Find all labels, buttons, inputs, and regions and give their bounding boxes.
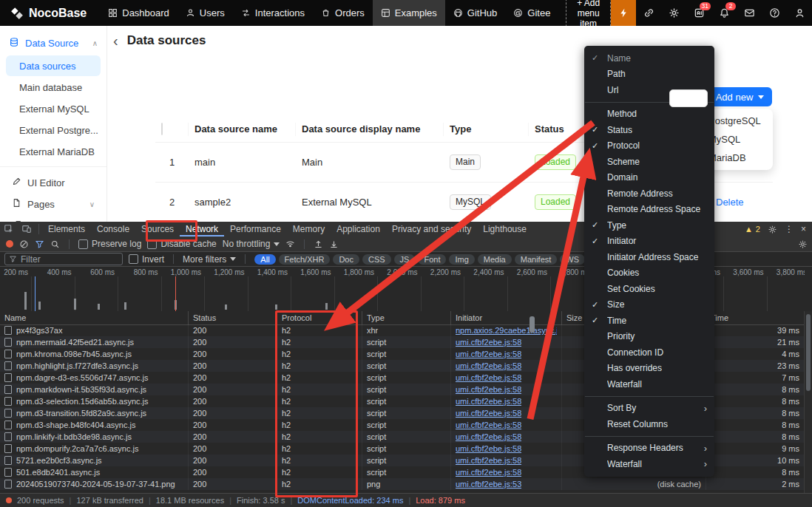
api-icon[interactable]: 31: [686, 0, 711, 26]
export-har-icon[interactable]: [329, 239, 339, 249]
throttling-select[interactable]: No throttling: [223, 239, 280, 249]
column-header-initiator[interactable]: Initiator: [451, 311, 562, 324]
sidebar-item-main-database[interactable]: Main database: [6, 77, 101, 98]
context-menu-scrollbar-thumb[interactable]: [530, 316, 535, 333]
devtools-tab-lighthouse[interactable]: Lighthouse: [477, 222, 532, 237]
delete-link[interactable]: Delete: [716, 197, 744, 208]
more-filters-button[interactable]: More filters: [183, 254, 236, 265]
nav-item-gitee[interactable]: Gitee: [505, 0, 558, 26]
disable-cache-checkbox[interactable]: Disable cache: [147, 239, 216, 249]
column-header[interactable]: Type: [444, 123, 529, 136]
sidebar-item-data-sources[interactable]: Data sources: [6, 55, 101, 76]
add-menu-item-button[interactable]: + Add menu item: [566, 0, 611, 32]
device-toolbar-icon[interactable]: [18, 222, 35, 237]
context-menu-item-initiator[interactable]: ✓Initiator: [584, 234, 714, 250]
context-menu-item-remote-address-space[interactable]: Remote Address Space: [584, 202, 714, 218]
initiator-link[interactable]: umi.cfbf2ebe.js:58: [456, 421, 521, 429]
devtools-tab-application[interactable]: Application: [331, 222, 386, 237]
sidebar-group-data-source[interactable]: Data Source ∧: [0, 32, 106, 55]
clear-network-log-icon[interactable]: [19, 239, 29, 249]
sidebar-item-blocks[interactable]: Blocks∨: [6, 215, 101, 222]
initiator-link[interactable]: umi.cfbf2ebe.js:53: [456, 480, 521, 489]
devtools-tab-privacy-and-security[interactable]: Privacy and security: [386, 222, 477, 237]
notifications-icon[interactable]: 2: [711, 0, 737, 26]
inspect-element-icon[interactable]: [0, 222, 18, 237]
devtools-tab-performance[interactable]: Performance: [224, 222, 287, 237]
filter-pill-doc[interactable]: Doc: [333, 254, 359, 265]
link-icon[interactable]: [636, 0, 661, 26]
initiator-link[interactable]: umi.cfbf2ebe.js:58: [456, 409, 521, 418]
context-menu-item-set-cookies[interactable]: Set Cookies: [584, 281, 714, 297]
nav-item-interactions[interactable]: Interactions: [233, 0, 313, 26]
context-menu-item-name[interactable]: ✓Name: [584, 50, 714, 67]
devtools-tab-console[interactable]: Console: [91, 222, 135, 237]
devtools-tab-elements[interactable]: Elements: [42, 222, 91, 237]
initiator-link[interactable]: umi.cfbf2ebe.js:58: [456, 456, 521, 465]
context-menu-item-has-overrides[interactable]: Has overrides: [584, 361, 714, 377]
initiator-link[interactable]: umi.cfbf2ebe.js:58: [456, 338, 521, 347]
preserve-log-checkbox[interactable]: Preserve log: [78, 239, 141, 249]
plugin-icon[interactable]: [611, 0, 636, 26]
context-menu-item-priority[interactable]: Priority: [584, 329, 714, 345]
filter-pill-img[interactable]: Img: [449, 254, 474, 265]
filter-pill-ws[interactable]: WS: [560, 254, 585, 265]
context-menu-item-cookies[interactable]: Cookies: [584, 265, 714, 282]
column-header-protocol[interactable]: Protocol: [277, 311, 362, 324]
column-header-name[interactable]: Name: [0, 311, 189, 324]
context-menu-item-method[interactable]: Method: [584, 106, 714, 123]
context-menu-item-reset-columns[interactable]: Reset Columns: [584, 416, 714, 432]
devtools-scrollbar[interactable]: [804, 311, 812, 493]
context-menu-item-sort-by[interactable]: Sort By›: [584, 401, 714, 417]
filter-pill-css[interactable]: CSS: [362, 254, 391, 265]
scrollbar-thumb[interactable]: [806, 314, 811, 391]
filter-pill-media[interactable]: Media: [478, 254, 512, 265]
sidebar-item-external-mariadb[interactable]: External MariaDB: [6, 141, 101, 162]
context-menu-item-remote-address[interactable]: Remote Address: [584, 186, 714, 202]
context-menu-item-time[interactable]: ✓Time: [584, 313, 714, 329]
collapse-sidebar-icon[interactable]: ‹: [113, 33, 118, 48]
column-header-status[interactable]: Status: [189, 311, 277, 324]
sidebar-item-external-mysql[interactable]: External MySQL: [6, 98, 101, 119]
initiator-link[interactable]: umi.cfbf2ebe.js:58: [456, 468, 521, 477]
devtools-settings-icon[interactable]: [768, 225, 777, 234]
filter-icon[interactable]: [35, 239, 44, 249]
context-menu-item-initiator-address-space[interactable]: Initiator Address Space: [584, 249, 714, 265]
context-menu-item-status[interactable]: ✓Status: [584, 122, 714, 138]
kebab-menu-icon[interactable]: ⋮: [785, 224, 794, 234]
initiator-link[interactable]: umi.cfbf2ebe.js:58: [456, 385, 521, 394]
context-menu-item-scheme[interactable]: Scheme: [584, 154, 714, 170]
initiator-link[interactable]: umi.cfbf2ebe.js:58: [456, 373, 521, 382]
filter-pill-js[interactable]: JS: [394, 254, 416, 265]
select-all-checkbox[interactable]: [155, 123, 189, 136]
context-menu-item-type[interactable]: ✓Type: [584, 217, 714, 234]
context-menu-item-response-headers[interactable]: Response Headers›: [584, 440, 714, 457]
mail-icon[interactable]: [737, 0, 762, 26]
column-header-type[interactable]: Type: [362, 311, 451, 324]
nav-item-dashboard[interactable]: Dashboard: [100, 0, 177, 26]
network-conditions-icon[interactable]: [285, 239, 295, 249]
devtools-tab-sources[interactable]: Sources: [135, 222, 180, 237]
record-network-log-icon[interactable]: [6, 240, 13, 248]
devtools-tab-memory[interactable]: Memory: [287, 222, 331, 237]
sidebar-item-pages[interactable]: Pages∨: [6, 194, 101, 214]
column-header-time[interactable]: Time: [706, 311, 805, 324]
sidebar-item-external-postgre[interactable]: External Postgre...: [6, 120, 101, 140]
initiator-link[interactable]: umi.cfbf2ebe.js:58: [456, 350, 521, 358]
nav-item-orders[interactable]: Orders: [313, 0, 373, 26]
filter-pill-fetch-xhr[interactable]: Fetch/XHR: [279, 254, 331, 265]
settings-icon[interactable]: [661, 0, 686, 26]
filter-pill-manifest[interactable]: Manifest: [515, 254, 558, 265]
add-new-button[interactable]: Add new: [708, 87, 772, 106]
nav-item-users[interactable]: Users: [177, 0, 233, 26]
initiator-link[interactable]: umi.cfbf2ebe.js:58: [456, 397, 521, 406]
filter-pill-all[interactable]: All: [254, 254, 275, 265]
search-icon[interactable]: [50, 239, 60, 249]
sidebar-item-ui-editor[interactable]: UI Editor: [6, 172, 101, 193]
context-menu-item-connection-id[interactable]: Connection ID: [584, 344, 714, 361]
filter-pill-font[interactable]: Font: [418, 254, 446, 265]
initiator-link[interactable]: umi.cfbf2ebe.js:58: [456, 444, 521, 453]
context-menu-item-domain[interactable]: Domain: [584, 170, 714, 186]
devtools-tab-network[interactable]: Network: [180, 222, 224, 237]
refresh-button[interactable]: [669, 89, 708, 107]
initiator-link[interactable]: umi.cfbf2ebe.js:58: [456, 432, 521, 441]
